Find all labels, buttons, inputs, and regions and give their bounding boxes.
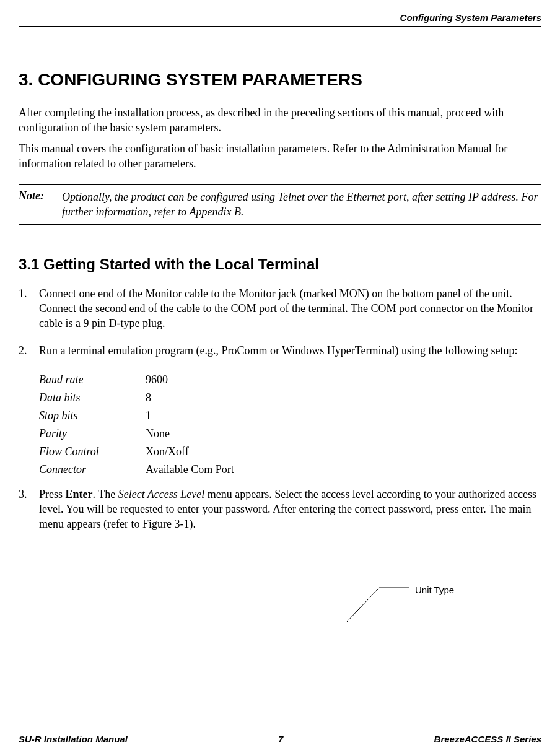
svg-line-0 xyxy=(347,588,379,622)
step-list: Connect one end of the Monitor cable to … xyxy=(19,287,541,359)
figure-callout-area: Unit Type xyxy=(19,569,541,625)
param-label: Data bits xyxy=(39,389,146,407)
section-title: 3.1 Getting Started with the Local Termi… xyxy=(19,256,541,273)
step-text: Press Enter. The Select Access Level men… xyxy=(39,487,541,532)
table-row: Stop bits 1 xyxy=(39,407,234,425)
chapter-title: 3. CONFIGURING SYSTEM PARAMETERS xyxy=(19,70,541,90)
param-label: Baud rate xyxy=(39,371,146,389)
running-header: Configuring System Parameters xyxy=(19,12,541,27)
table-row: Parity None xyxy=(39,425,234,443)
note-text: Optionally, the product can be configure… xyxy=(62,189,541,220)
step-text: Run a terminal emulation program (e.g., … xyxy=(39,344,541,359)
param-value: 9600 xyxy=(146,371,234,389)
step-item: Run a terminal emulation program (e.g., … xyxy=(19,344,541,359)
footer-page-number: 7 xyxy=(278,734,283,744)
table-row: Data bits 8 xyxy=(39,389,234,407)
step-item: Connect one end of the Monitor cable to … xyxy=(19,287,541,331)
intro-paragraph-2: This manual covers the configuration of … xyxy=(19,142,541,172)
param-label: Stop bits xyxy=(39,407,146,425)
table-row: Connector Available Com Port xyxy=(39,461,234,479)
table-row: Baud rate 9600 xyxy=(39,371,234,389)
callout-label: Unit Type xyxy=(415,585,454,595)
table-row: Flow Control Xon/Xoff xyxy=(39,443,234,461)
callout-line-icon xyxy=(19,569,452,625)
param-label: Connector xyxy=(39,461,146,479)
footer-right: BreezeACCESS II Series xyxy=(434,734,541,744)
param-value: None xyxy=(146,425,234,443)
step-item: Press Enter. The Select Access Level men… xyxy=(19,487,541,532)
param-label: Flow Control xyxy=(39,443,146,461)
text-fragment: . The xyxy=(93,488,118,500)
footer-left: SU-R Installation Manual xyxy=(19,734,128,744)
terminal-setup-table: Baud rate 9600 Data bits 8 Stop bits 1 P… xyxy=(39,371,234,479)
param-label: Parity xyxy=(39,425,146,443)
step-text: Connect one end of the Monitor cable to … xyxy=(39,287,541,331)
param-value: Xon/Xoff xyxy=(146,443,234,461)
menu-name: Select Access Level xyxy=(118,488,205,500)
intro-paragraph-1: After completing the installation proces… xyxy=(19,106,541,136)
param-value: 8 xyxy=(146,389,234,407)
page-footer: SU-R Installation Manual 7 BreezeACCESS … xyxy=(19,729,541,744)
note-label: Note: xyxy=(19,189,62,220)
running-header-text: Configuring System Parameters xyxy=(400,12,541,23)
step-list-cont: Press Enter. The Select Access Level men… xyxy=(19,487,541,532)
param-value: Available Com Port xyxy=(146,461,234,479)
note-block: Note: Optionally, the product can be con… xyxy=(19,184,541,225)
document-page: Configuring System Parameters 3. CONFIGU… xyxy=(0,0,560,625)
param-value: 1 xyxy=(146,407,234,425)
keyboard-key: Enter xyxy=(66,488,93,500)
text-fragment: Press xyxy=(39,488,66,500)
